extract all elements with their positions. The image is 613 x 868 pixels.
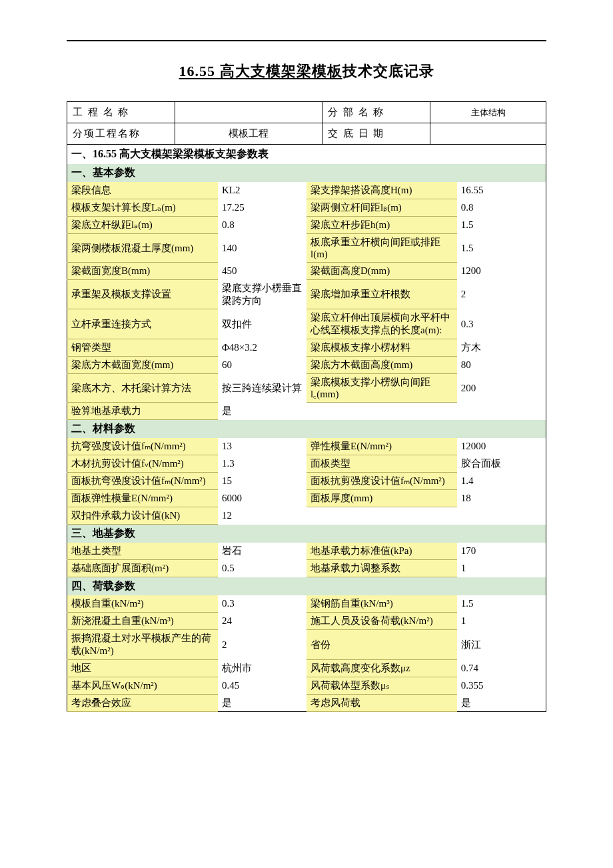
param-value: 是: [218, 403, 306, 420]
param-key: 省份: [306, 630, 457, 660]
param-key: 立杆承重连接方式: [67, 309, 218, 339]
param-value: 12000: [457, 438, 546, 455]
param-row: 双扣件承载力设计值(kN)12: [67, 507, 546, 525]
param-key: 梁底模板支撑小楞纵向间距l꜀(mm): [306, 374, 457, 403]
parameter-table: 一、16.55 高大支模架梁梁模板支架参数表 一、基本参数梁段信息KL2梁支撑架…: [67, 145, 546, 712]
param-value: 浙江: [457, 630, 546, 660]
param-row: 梁截面宽度B(mm)450梁截面高度D(mm)1200: [67, 263, 546, 280]
header-row-2: 分项工程名称 模板工程 交 底 日 期: [67, 123, 546, 145]
param-value: 12: [218, 507, 306, 525]
param-key: 基础底面扩展面积(m²): [67, 560, 218, 577]
group-header: 四、荷载参数: [67, 577, 546, 596]
param-value: 1.3: [218, 455, 306, 473]
param-key: 钢管类型: [67, 339, 218, 357]
param-value: 13: [218, 438, 306, 455]
page-title: 16.55 高大支模架梁模板技术交底记录: [67, 61, 546, 81]
subitem-name-value: 模板工程: [175, 123, 322, 145]
param-value: [457, 507, 546, 525]
param-row: 基本风压Wₒ(kN/m²)0.45风荷载体型系数μₛ0.355: [67, 677, 546, 695]
param-key: 地基承载力标准值(kPa): [306, 543, 457, 560]
param-row: 模板支架计算长度Lₐ(m)17.25梁两侧立杆间距lᵦ(m)0.8: [67, 199, 546, 217]
param-key: 施工人员及设备荷载(kN/m²): [306, 613, 457, 630]
param-key: 梁底立杆伸出顶层横向水平杆中心线至模板支撑点的长度a(m):: [306, 309, 457, 339]
title-underline: 16.55 高大支模架梁模板: [179, 63, 342, 79]
param-key: 振捣混凝土对水平模板产生的荷载(kN/m²): [67, 630, 218, 660]
param-value: 0.74: [457, 660, 546, 677]
param-value: 1.4: [457, 473, 546, 490]
param-value: 140: [218, 234, 306, 263]
param-row: 立杆承重连接方式双扣件梁底立杆伸出顶层横向水平杆中心线至模板支撑点的长度a(m)…: [67, 309, 546, 339]
param-value: 200: [457, 374, 546, 403]
param-row: 钢管类型Φ48×3.2梁底模板支撑小楞材料方木: [67, 339, 546, 357]
param-key: 梁底方木截面高度(mm): [306, 357, 457, 374]
param-row: 抗弯强度设计值fₘ(N/mm²)13弹性模量E(N/mm²)12000: [67, 438, 546, 455]
param-value: 梁底支撑小楞垂直梁跨方向: [218, 280, 306, 309]
param-key: 梁两侧立杆间距lᵦ(m): [306, 199, 457, 217]
param-row: 梁两侧楼板混凝土厚度(mm)140板底承重立杆横向间距或排距l(m)1.5: [67, 234, 546, 263]
param-key: 考虑叠合效应: [67, 695, 218, 712]
param-key: 双扣件承载力设计值(kN): [67, 507, 218, 525]
param-value: 是: [218, 695, 306, 712]
param-value: 16.55: [457, 182, 546, 199]
param-value: 18: [457, 490, 546, 507]
param-key: 模板支架计算长度Lₐ(m): [67, 199, 218, 217]
param-key: 梁截面宽度B(mm): [67, 263, 218, 280]
group-header-cell: 四、荷载参数: [67, 577, 546, 596]
param-row: 木材抗剪设计值fᵥ(N/mm²)1.3面板类型胶合面板: [67, 455, 546, 473]
param-key: 面板类型: [306, 455, 457, 473]
param-value: 2: [218, 630, 306, 660]
param-key: 承重架及模板支撑设置: [67, 280, 218, 309]
param-key: 抗弯强度设计值fₘ(N/mm²): [67, 438, 218, 455]
group-header: 二、材料参数: [67, 420, 546, 439]
param-key: 面板抗剪强度设计值fₘ(N/mm²): [306, 473, 457, 490]
param-value: 24: [218, 613, 306, 630]
param-key: 面板抗弯强度设计值fₘ(N/mm²): [67, 473, 218, 490]
param-value: 0.8: [457, 199, 546, 217]
group-header-cell: 二、材料参数: [67, 420, 546, 439]
param-value: 80: [457, 357, 546, 374]
param-row: 梁底立杆纵距lₐ(m)0.8梁底立杆步距h(m)1.5: [67, 217, 546, 234]
param-key: 弹性模量E(N/mm²): [306, 438, 457, 455]
param-value: 2: [457, 280, 546, 309]
param-row: 梁段信息KL2梁支撑架搭设高度H(m)16.55: [67, 182, 546, 199]
param-key: 梁底木方、木托梁计算方法: [67, 374, 218, 403]
param-row: 地区杭州市风荷载高度变化系数μz0.74: [67, 660, 546, 677]
param-key: [306, 507, 457, 525]
param-key: 新浇混凝土自重(kN/m³): [67, 613, 218, 630]
param-value: 0.5: [218, 560, 306, 577]
param-key: 模板自重(kN/m²): [67, 595, 218, 613]
param-value: 1.5: [457, 595, 546, 613]
param-key: 梁底立杆纵距lₐ(m): [67, 217, 218, 234]
param-row: 验算地基承载力是: [67, 403, 546, 420]
param-row: 面板弹性模量E(N/mm²)6000面板厚度(mm)18: [67, 490, 546, 507]
param-value: 15: [218, 473, 306, 490]
param-key: 地基土类型: [67, 543, 218, 560]
param-value: 1200: [457, 263, 546, 280]
param-row: 振捣混凝土对水平模板产生的荷载(kN/m²)2省份浙江: [67, 630, 546, 660]
param-value: KL2: [218, 182, 306, 199]
param-key: 风荷载高度变化系数μz: [306, 660, 457, 677]
param-value: Φ48×3.2: [218, 339, 306, 357]
param-row: 梁底方木截面宽度(mm)60梁底方木截面高度(mm)80: [67, 357, 546, 374]
param-value: 1: [457, 560, 546, 577]
header-table: 工 程 名 称 分 部 名 称 主体结构 分项工程名称 模板工程 交 底 日 期: [67, 101, 546, 145]
param-value: 0.45: [218, 677, 306, 695]
param-value: 60: [218, 357, 306, 374]
param-value: 岩石: [218, 543, 306, 560]
param-key: 梁底模板支撑小楞材料: [306, 339, 457, 357]
param-key: 地基承载力调整系数: [306, 560, 457, 577]
param-key: 基本风压Wₒ(kN/m²): [67, 677, 218, 695]
date-value: [430, 123, 546, 145]
param-row: 考虑叠合效应是考虑风荷载是: [67, 695, 546, 712]
param-key: 验算地基承载力: [67, 403, 218, 420]
section-title-cell: 一、16.55 高大支模架梁梁模板支架参数表: [67, 145, 546, 164]
subitem-name-label: 分项工程名称: [67, 123, 175, 145]
group-header-cell: 一、基本参数: [67, 164, 546, 182]
section-name-value: 主体结构: [430, 102, 546, 123]
param-key: 梁段信息: [67, 182, 218, 199]
section-name-label: 分 部 名 称: [322, 102, 430, 123]
param-value: 450: [218, 263, 306, 280]
group-header-cell: 三、地基参数: [67, 525, 546, 543]
param-row: 基础底面扩展面积(m²)0.5地基承载力调整系数1: [67, 560, 546, 577]
param-row: 模板自重(kN/m²)0.3梁钢筋自重(kN/m³)1.5: [67, 595, 546, 613]
